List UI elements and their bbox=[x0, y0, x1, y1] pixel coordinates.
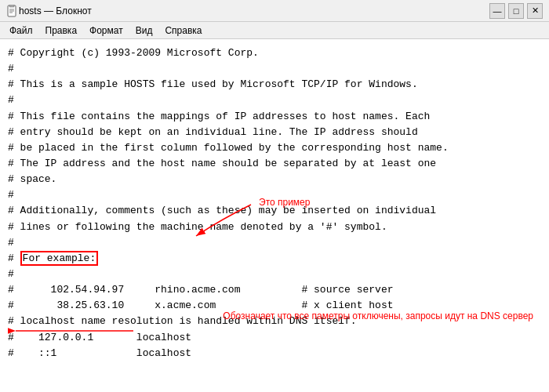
annotation-dns: Обозначает что все паметры отключены, за… bbox=[223, 310, 533, 322]
title-bar: hosts — Блокнот — □ ✕ bbox=[0, 0, 549, 22]
line-4: # bbox=[8, 93, 541, 108]
menu-help[interactable]: Справка bbox=[158, 24, 208, 38]
text-editor[interactable]: # Copyright (c) 1993-2009 Microsoft Corp… bbox=[0, 39, 549, 392]
line-12: # lines or following the machine name de… bbox=[8, 220, 541, 235]
close-button[interactable]: ✕ bbox=[527, 3, 543, 19]
example-arrow-svg bbox=[188, 197, 267, 244]
line-21: # ::1 localhost bbox=[8, 346, 541, 361]
line-20: # 127.0.0.1 localhost bbox=[8, 330, 541, 346]
menu-bar: Файл Правка Формат Вид Справка bbox=[0, 22, 549, 39]
line-13: # bbox=[8, 235, 541, 251]
line-7: # be placed in the first column followed… bbox=[8, 140, 541, 156]
line-15: # bbox=[8, 267, 541, 282]
annotated-region-2: # localhost name resolution is handled w… bbox=[8, 314, 541, 361]
line-5: # This file contains the mappings of IP … bbox=[8, 109, 541, 125]
line-6: # entry should be kept on an individual … bbox=[8, 125, 541, 140]
line-9: # space. bbox=[8, 172, 541, 187]
line-8: # The IP address and the host name shoul… bbox=[8, 156, 541, 172]
svg-rect-1 bbox=[9, 5, 14, 7]
menu-format[interactable]: Формат bbox=[83, 24, 129, 38]
dns-label: Обозначает что все паметры отключены, за… bbox=[223, 310, 533, 321]
line-1: # Copyright (c) 1993-2009 Microsoft Corp… bbox=[8, 45, 541, 61]
example-label: Это пример bbox=[259, 197, 310, 208]
line-2: # bbox=[8, 61, 541, 77]
for-example-highlight: For example: bbox=[20, 251, 99, 266]
window-title: hosts — Блокнот bbox=[19, 5, 92, 16]
maximize-button[interactable]: □ bbox=[508, 3, 524, 19]
app-icon bbox=[6, 5, 19, 17]
line-14: # For example: bbox=[8, 251, 541, 267]
annotation-example: Это пример bbox=[251, 197, 302, 209]
minimize-button[interactable]: — bbox=[489, 3, 505, 19]
menu-file[interactable]: Файл bbox=[3, 24, 39, 38]
line-3: # This is a sample HOSTS file used by Mi… bbox=[8, 77, 541, 93]
annotated-region-1: # Additionally, comments (such as these)… bbox=[8, 203, 541, 267]
menu-edit[interactable]: Правка bbox=[39, 24, 84, 38]
menu-view[interactable]: Вид bbox=[129, 24, 159, 38]
line-16: # 102.54.94.97 rhino.acme.com # source s… bbox=[8, 282, 541, 298]
window-controls[interactable]: — □ ✕ bbox=[489, 3, 543, 19]
